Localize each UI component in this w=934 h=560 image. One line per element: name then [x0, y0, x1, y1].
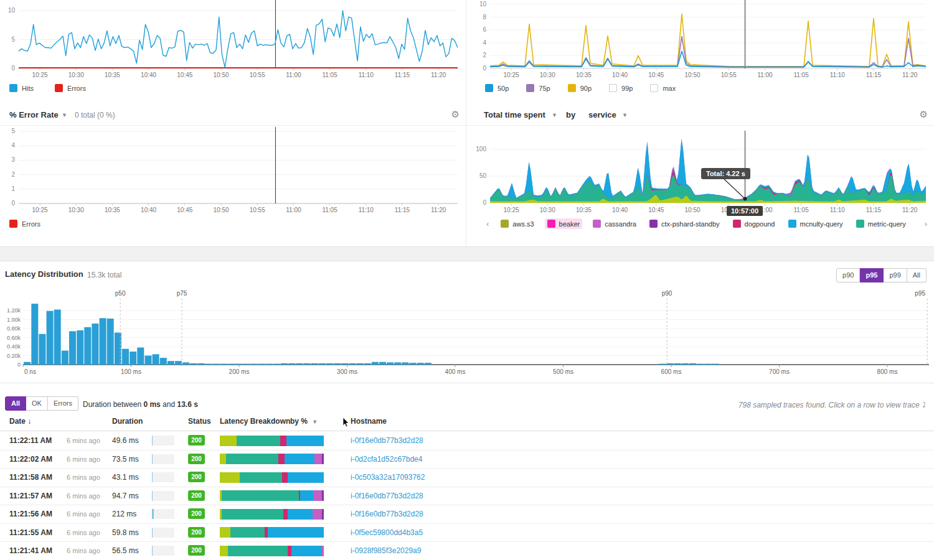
legend-prev-icon[interactable]: ‹ [485, 219, 490, 228]
service-legend: ‹ aws.s3beakercassandractx-pshard-standb… [485, 218, 928, 229]
legend-swatch[interactable] [485, 84, 493, 92]
legend-next-icon[interactable]: › [923, 219, 928, 228]
status-badge: 200 [188, 454, 205, 464]
hostname-link[interactable]: i-0f16e0db77b3d2d28 [351, 510, 423, 518]
chevron-down-icon[interactable]: ▼ [552, 112, 557, 118]
column-date[interactable]: Date ↓ [9, 417, 31, 426]
hostname-link[interactable]: i-0928f985f3e2029a9 [351, 546, 421, 555]
svg-text:100 ms: 100 ms [121, 368, 141, 375]
breakdown-segment [314, 454, 322, 464]
svg-text:0: 0 [17, 362, 21, 368]
legend-swatch[interactable] [856, 220, 864, 228]
svg-text:0: 0 [11, 200, 15, 207]
column-status[interactable]: Status [188, 417, 211, 426]
duration-max: 13.6 s [177, 400, 197, 409]
service-legend-item[interactable]: cassandra [590, 218, 639, 229]
legend-label: mcnulty-query [800, 220, 843, 228]
filter-button-all[interactable]: All [5, 396, 26, 411]
legend-swatch[interactable] [609, 84, 617, 92]
pct-legend-item[interactable]: 75p [526, 84, 550, 92]
status-badge: 200 [188, 490, 205, 501]
latency-breakdown-bar [220, 546, 324, 556]
hostname-link[interactable]: i-0d2cfa1d52c67bde4 [351, 455, 422, 464]
legend-swatch[interactable] [55, 84, 63, 92]
filter-button-ok[interactable]: OK [26, 396, 48, 411]
duration-tick [152, 509, 154, 519]
gear-icon[interactable]: ⚙ [451, 109, 460, 120]
hostname-link[interactable]: i-0f5ec59800dd4b3a5 [351, 528, 423, 537]
svg-text:10:25: 10:25 [32, 207, 47, 213]
legend-swatch[interactable] [733, 220, 741, 228]
legend-swatch[interactable] [788, 220, 796, 228]
latency-distribution-total: 15.3k total [87, 271, 121, 279]
pct-legend-item[interactable]: 90p [568, 84, 592, 92]
svg-text:10:35: 10:35 [105, 207, 120, 213]
hostname-link[interactable]: i-0f16e0db77b3d2d28 [351, 492, 423, 500]
latency-histogram[interactable]: 00.20k0.40k0.60k0.80k1.00k1.20kp50p75p90… [0, 287, 934, 378]
pct-button-p90[interactable]: p90 [836, 268, 860, 282]
pct-button-all[interactable]: All [907, 268, 927, 282]
trace-age: 6 mins ago [67, 510, 100, 518]
pct-legend-item[interactable]: max [650, 84, 676, 92]
table-row[interactable]: 11:21:41 AM6 mins ago56.5 ms200i-0928f98… [0, 542, 934, 560]
legend-swatch[interactable] [593, 220, 601, 228]
hits-errors-chart[interactable]: 051010:2510:3010:3510:4010:4510:5010:551… [0, 0, 466, 81]
hits-legend-item[interactable]: Hits [9, 84, 34, 92]
service-legend-item[interactable]: ctx-pshard-standby [647, 218, 722, 229]
service-legend-item[interactable]: metric-query [854, 218, 908, 229]
hostname-link[interactable]: i-0c503a32a17093762 [351, 473, 425, 482]
gear-icon[interactable]: ⚙ [920, 109, 928, 120]
column-duration[interactable]: Duration [112, 417, 143, 426]
error-legend-item[interactable]: Errors [9, 220, 40, 228]
table-row[interactable]: 11:21:55 AM6 mins ago59.8 ms200i-0f5ec59… [0, 524, 934, 543]
duration-bar [152, 472, 174, 482]
table-row[interactable]: 11:21:56 AM6 mins ago212 ms200i-0f16e0db… [0, 505, 934, 524]
svg-text:10:45: 10:45 [177, 207, 192, 213]
pct-button-p95[interactable]: p95 [860, 268, 884, 282]
pct-legend-item[interactable]: 50p [485, 84, 509, 92]
table-row[interactable]: 11:21:57 AM6 mins ago94.7 ms200i-0f16e0d… [0, 487, 934, 506]
breakdown-segment [282, 472, 287, 483]
chevron-down-icon[interactable]: ▼ [62, 112, 67, 118]
service-legend-item[interactable]: dogpound [730, 218, 778, 229]
breakdown-segment [288, 509, 313, 520]
percentile-chart[interactable]: 024681010:2510:3010:3510:4010:4510:5010:… [466, 0, 934, 81]
legend-swatch[interactable] [526, 84, 534, 92]
legend-swatch[interactable] [568, 84, 576, 92]
pct-button-p99[interactable]: p99 [884, 268, 907, 282]
group-by-select[interactable]: service [588, 110, 616, 119]
legend-swatch[interactable] [547, 220, 555, 228]
service-legend-item[interactable]: beaker [545, 218, 583, 229]
svg-text:800 ms: 800 ms [877, 368, 898, 375]
svg-text:6: 6 [483, 26, 486, 33]
table-row[interactable]: 11:21:58 AM6 mins ago43.1 ms200i-0c503a3… [0, 469, 934, 487]
legend-swatch[interactable] [650, 84, 658, 92]
hostname-link[interactable]: i-0f16e0db77b3d2d28 [351, 436, 423, 445]
legend-swatch[interactable] [9, 84, 17, 92]
hits-legend-item[interactable]: Errors [55, 84, 86, 92]
time-spent-chart[interactable]: 05010010:2510:3010:3510:4010:4510:5010:5… [466, 126, 934, 219]
column-hostname[interactable]: Hostname [351, 417, 387, 426]
error-rate-chart[interactable]: 01234510:2510:3010:3510:4010:4510:5010:5… [0, 126, 466, 219]
legend-label: 75p [539, 85, 550, 92]
table-row[interactable]: 11:22:02 AM6 mins ago73.5 ms200i-0d2cfa1… [0, 450, 934, 469]
breakdown-segment [278, 454, 285, 464]
breakdown-segment [240, 472, 282, 483]
legend-swatch[interactable] [501, 220, 509, 228]
service-legend-item[interactable]: mcnulty-query [786, 218, 846, 229]
chevron-down-icon[interactable]: ▼ [622, 112, 628, 118]
trace-date: 11:21:55 AM [9, 528, 52, 537]
pct-legend-item[interactable]: 99p [609, 84, 633, 92]
legend-label: aws.s3 [512, 220, 534, 228]
service-legend-item[interactable]: aws.s3 [498, 218, 536, 229]
legend-label: 99p [621, 85, 633, 92]
trace-duration: 56.5 ms [112, 546, 139, 555]
breakdown-mode-select[interactable]: by % ▼ [290, 417, 318, 426]
svg-text:10:50: 10:50 [213, 207, 229, 213]
time-spent-title[interactable]: Total time spent [484, 110, 545, 119]
table-row[interactable]: 11:22:11 AM6 mins ago49.6 ms200i-0f16e0d… [0, 432, 934, 450]
legend-swatch[interactable] [649, 220, 658, 228]
error-rate-title[interactable]: % Error Rate [9, 110, 59, 119]
filter-button-errors[interactable]: Errors [48, 396, 78, 411]
legend-swatch[interactable] [9, 220, 17, 228]
